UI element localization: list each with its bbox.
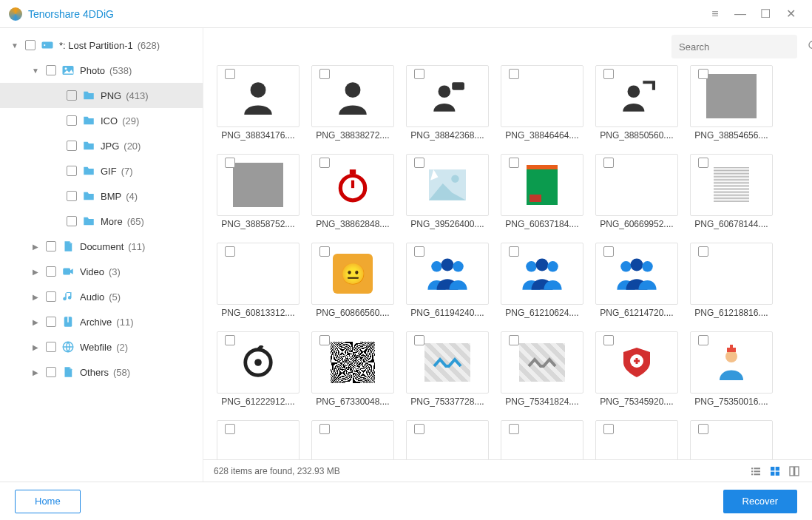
file-grid-scroll[interactable]: PNG_38834176....PNG_38838272....PNG_3884… (203, 65, 812, 459)
tree-checkbox[interactable] (46, 367, 56, 377)
file-thumb[interactable] (501, 154, 583, 216)
tree-checkbox[interactable] (25, 40, 35, 50)
file-card[interactable]: PNG_61194240.... (406, 243, 489, 318)
file-thumb[interactable] (690, 420, 773, 459)
file-card[interactable]: PNG_38838272.... (311, 65, 394, 141)
file-thumb[interactable] (311, 331, 394, 394)
file-card[interactable]: PNG_75350016.... (690, 331, 773, 407)
recover-button[interactable]: Recover (723, 490, 797, 513)
tree-checkbox[interactable] (46, 241, 56, 251)
tree-row-others[interactable]: ▶Others(58) (0, 359, 203, 385)
minimize-button[interactable]: — (728, 3, 753, 25)
file-card[interactable]: PNG_61222912.... (217, 331, 300, 407)
file-thumb[interactable] (595, 154, 678, 216)
tree-checkbox[interactable] (67, 115, 77, 126)
file-thumb[interactable] (595, 331, 678, 394)
file-thumb[interactable]: 😐 (311, 243, 394, 305)
tree-checkbox[interactable] (46, 291, 56, 302)
file-checkbox[interactable] (509, 424, 519, 434)
tree-row-gif[interactable]: GIF(7) (0, 158, 203, 183)
file-checkbox[interactable] (319, 335, 330, 345)
file-card[interactable]: PNG_60669952.... (595, 154, 678, 229)
caret-icon[interactable]: ▼ (9, 41, 21, 50)
file-checkbox[interactable] (414, 158, 424, 168)
tree-row-video[interactable]: ▶Video(3) (0, 259, 203, 284)
tree-checkbox[interactable] (67, 90, 77, 101)
file-thumb[interactable] (406, 154, 489, 216)
file-card[interactable]: PNG_39526400.... (406, 154, 489, 229)
search-box[interactable] (671, 35, 797, 58)
file-checkbox[interactable] (603, 246, 614, 257)
file-card[interactable] (501, 420, 583, 459)
file-checkbox[interactable] (698, 335, 708, 345)
file-card[interactable]: PNG_60637184.... (501, 154, 583, 229)
view-list-button[interactable] (748, 464, 763, 479)
file-checkbox[interactable] (509, 69, 519, 79)
file-checkbox[interactable] (225, 335, 235, 345)
file-checkbox[interactable] (319, 424, 330, 434)
file-checkbox[interactable] (225, 69, 235, 79)
file-card[interactable] (406, 420, 489, 459)
file-thumb[interactable] (595, 65, 678, 127)
file-checkbox[interactable] (414, 335, 424, 345)
file-checkbox[interactable] (603, 424, 614, 434)
file-thumb[interactable] (690, 331, 773, 394)
file-card[interactable]: PNG_75341824.... (501, 331, 583, 407)
file-card[interactable]: PNG_61214720.... (595, 243, 678, 318)
caret-icon[interactable]: ▶ (30, 368, 41, 377)
file-checkbox[interactable] (414, 246, 424, 257)
caret-icon[interactable]: ▶ (30, 268, 41, 276)
caret-icon[interactable]: ▶ (30, 318, 41, 326)
file-checkbox[interactable] (509, 246, 519, 257)
file-card[interactable]: PNG_38854656.... (690, 65, 773, 141)
tree-row-jpg[interactable]: JPG(20) (0, 133, 203, 158)
tree-checkbox[interactable] (67, 191, 77, 201)
file-checkbox[interactable] (225, 424, 235, 434)
file-checkbox[interactable] (225, 246, 235, 257)
file-thumb[interactable] (406, 243, 489, 305)
file-card[interactable]: PNG_38846464.... (501, 65, 583, 141)
file-card[interactable]: PNG_75345920.... (595, 331, 678, 407)
tree-checkbox[interactable] (67, 141, 77, 151)
tree-checkbox[interactable] (46, 65, 56, 75)
file-card[interactable] (311, 420, 394, 459)
file-checkbox[interactable] (319, 158, 330, 168)
file-checkbox[interactable] (698, 158, 708, 168)
file-card[interactable]: PNG_61218816.... (690, 243, 773, 318)
file-thumb[interactable] (217, 154, 300, 216)
file-thumb[interactable] (217, 65, 300, 127)
caret-icon[interactable]: ▼ (30, 67, 41, 75)
menu-button[interactable]: ≡ (703, 3, 728, 25)
tree-row-ico[interactable]: ICO(29) (0, 108, 203, 133)
file-checkbox[interactable] (603, 335, 614, 345)
file-thumb[interactable] (501, 331, 583, 394)
file-thumb[interactable] (311, 65, 394, 127)
tree-row-audio[interactable]: ▶Audio(5) (0, 284, 203, 309)
file-card[interactable]: 😐PNG_60866560.... (311, 243, 394, 318)
file-card[interactable]: PNG_38834176.... (217, 65, 300, 141)
home-button[interactable]: Home (15, 490, 81, 513)
tree-row--lost-partition-1[interactable]: ▼*: Lost Partition-1(628) (0, 33, 203, 58)
tree-row-more[interactable]: More(65) (0, 209, 203, 234)
file-thumb[interactable] (690, 65, 773, 127)
file-card[interactable]: PNG_75337728.... (406, 331, 489, 407)
search-input[interactable] (679, 41, 803, 53)
file-checkbox[interactable] (698, 69, 708, 79)
tree-row-archive[interactable]: ▶Archive(11) (0, 309, 203, 334)
view-grid-button[interactable] (768, 464, 782, 479)
file-thumb[interactable] (690, 154, 773, 216)
tree-row-png[interactable]: PNG(413) (0, 83, 203, 108)
maximize-button[interactable]: ☐ (753, 3, 778, 25)
file-checkbox[interactable] (509, 158, 519, 168)
tree-checkbox[interactable] (46, 342, 56, 352)
caret-icon[interactable]: ▶ (30, 343, 41, 351)
tree-row-photo[interactable]: ▼Photo(538) (0, 58, 203, 83)
file-thumb[interactable] (217, 331, 300, 394)
file-checkbox[interactable] (319, 69, 330, 79)
file-thumb[interactable] (311, 154, 394, 216)
caret-icon[interactable]: ▶ (30, 293, 41, 301)
file-card[interactable]: PNG_38842368.... (406, 65, 489, 141)
file-card[interactable]: PNG_38858752.... (217, 154, 300, 229)
tree-checkbox[interactable] (46, 266, 56, 277)
file-thumb[interactable] (501, 243, 583, 305)
